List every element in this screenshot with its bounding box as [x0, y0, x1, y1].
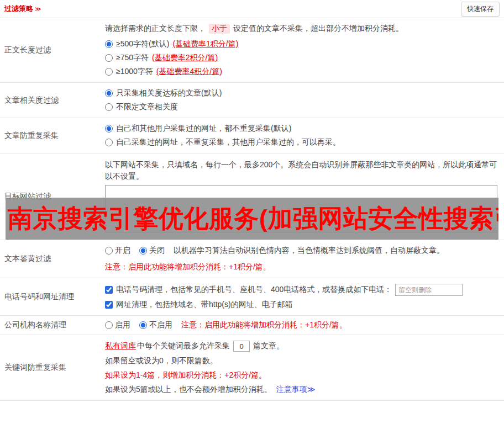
ad-overlay-banner: 南京搜索引擎优化服务(加强网站安全性搜索引: [6, 198, 498, 240]
page-title-text: 过滤策略: [4, 4, 33, 14]
relevance-option-any[interactable]: 不限定文章相关度: [105, 102, 497, 112]
porn-filter-warning: 注意：启用此功能将增加积分消耗：+1积分/篇。: [105, 262, 497, 272]
phone-cleanup-option: 电话号码清理，包括常见的手机号、座机号、400电话格式，或替换成如下电话：: [105, 284, 497, 296]
page-title[interactable]: 过滤策略 ≫: [4, 4, 41, 14]
row-length-filter: 正文长度过滤 请选择需求的正文长度下限， 小于 设定值的文章不采集，超出部分不增…: [0, 18, 504, 83]
row-relevance-filter: 文章相关度过滤 只采集相关度达标的文章(默认) 不限定文章相关度: [0, 83, 504, 118]
dedup-option-all-radio[interactable]: [105, 125, 113, 132]
length-option-500[interactable]: ≥500字符(默认) (基础费率1积分/篇): [105, 39, 497, 49]
length-filter-intro: 请选择需求的正文长度下限， 小于 设定值的文章不采集，超出部分不增加积分消耗。: [105, 24, 497, 34]
dedup-option-all[interactable]: 自己和其他用户采集过的网址，都不重复采集(默认): [105, 124, 497, 134]
company-cleanup-warning: 注意：启用此功能将增加积分消耗：+1积分/篇。: [181, 320, 347, 330]
row-content: 启用 不启用 注意：启用此功能将增加积分消耗：+1积分/篇。: [98, 316, 504, 335]
quick-save-button[interactable]: 快速保存: [461, 2, 500, 17]
keyword-note-1-4: 如果设为1-4篇，则增加积分消耗：+2积分/篇。: [105, 370, 497, 380]
ad-overlay-text: 南京搜索引擎优化服务(加强网站安全性搜索引: [6, 198, 498, 240]
length-option-750-radio[interactable]: [105, 54, 113, 62]
row-label: 正文长度过滤: [0, 18, 98, 82]
row-porn-filter: 文本鉴黄过滤 开启 关闭 以机器学习算法自动识别色情内容，当色情概率达到系统阈值…: [0, 240, 504, 278]
row-content: 开启 关闭 以机器学习算法自动识别色情内容，当色情概率达到系统阈值，自动屏蔽文章…: [98, 240, 504, 278]
porn-filter-options: 开启 关闭 以机器学习算法自动识别色情内容，当色情概率达到系统阈值，自动屏蔽文章…: [105, 246, 497, 256]
row-label: 公司机构名称清理: [0, 316, 98, 335]
site-filter-desc: 以下网站不采集，只填域名，每行一个，最多200个。系统会自动识别并屏蔽那些非文章…: [105, 159, 497, 182]
length-option-500-radio[interactable]: [105, 40, 113, 48]
keyword-limit-line: 私有词库 中每个关键词最多允许采集 篇文章。: [105, 341, 497, 352]
porn-option-on[interactable]: 开启: [105, 246, 130, 256]
porn-option-off[interactable]: 关闭: [139, 246, 165, 256]
row-phone-cleanup: 电话号码和网址清理 电话号码清理，包括常见的手机号、座机号、400电话格式，或替…: [0, 278, 504, 316]
company-option-off[interactable]: 不启用: [139, 320, 172, 330]
keyword-note-5plus: 如果设为5篇或以上，也不会额外增加积分消耗。 注意事项≫: [105, 385, 497, 395]
porn-option-on-radio[interactable]: [105, 247, 113, 255]
url-cleanup-option: 网址清理，包括纯域名、带http(s)的网址、电子邮箱: [105, 300, 497, 310]
phone-cleanup-checkbox[interactable]: [105, 286, 113, 294]
row-content: 电话号码清理，包括常见的手机号、座机号、400电话格式，或替换成如下电话： 网址…: [98, 278, 504, 315]
dedup-option-self[interactable]: 自己采集过的网址，不重复采集，其他用户采集过的，可以再采。: [105, 137, 497, 147]
topbar: 过滤策略 ≫ 快速保存: [0, 0, 504, 18]
less-than-highlight: 小于: [209, 24, 230, 34]
url-cleanup-checkbox[interactable]: [105, 301, 113, 309]
row-label: 文章防重复采集: [0, 118, 98, 153]
row-keyword-dedup: 关键词防重复采集 私有词库 中每个关键词最多允许采集 篇文章。 如果留空或设为0…: [0, 335, 504, 401]
dedup-option-self-radio[interactable]: [105, 139, 113, 146]
porn-filter-desc: 以机器学习算法自动识别色情内容，当色情概率达到系统阈值，自动屏蔽文章。: [174, 246, 444, 256]
notice-link[interactable]: 注意事项≫: [276, 385, 316, 395]
porn-option-off-radio[interactable]: [139, 247, 147, 255]
row-label: 电话号码和网址清理: [0, 278, 98, 315]
length-option-1000[interactable]: ≥1000字符 (基础费率4积分/篇): [105, 67, 497, 77]
replacement-phone-input[interactable]: [395, 284, 463, 296]
row-label: 文本鉴黄过滤: [0, 240, 98, 278]
row-dedup-filter: 文章防重复采集 自己和其他用户采集过的网址，都不重复采集(默认) 自己采集过的网…: [0, 118, 504, 153]
relevance-option-strict-radio[interactable]: [105, 89, 113, 97]
length-option-1000-radio[interactable]: [105, 68, 113, 76]
row-content: 自己和其他用户采集过的网址，都不重复采集(默认) 自己采集过的网址，不重复采集，…: [98, 118, 504, 153]
row-label: 关键词防重复采集: [0, 335, 98, 400]
chevron-down-icon: ≫: [35, 6, 41, 13]
length-option-750[interactable]: ≥750字符 (基础费率2积分/篇): [105, 53, 497, 63]
company-cleanup-options: 启用 不启用 注意：启用此功能将增加积分消耗：+1积分/篇。: [105, 320, 497, 330]
row-content: 只采集相关度达标的文章(默认) 不限定文章相关度: [98, 83, 504, 118]
company-option-on-radio[interactable]: [105, 321, 113, 329]
private-thesaurus-link[interactable]: 私有词库: [105, 341, 136, 351]
keyword-note-zero: 如果留空或设为0，则不限篇数。: [105, 356, 497, 366]
row-label: 文章相关度过滤: [0, 83, 98, 118]
company-option-off-radio[interactable]: [139, 321, 147, 329]
company-option-on[interactable]: 启用: [105, 320, 130, 330]
relevance-option-any-radio[interactable]: [105, 103, 113, 111]
row-content: 私有词库 中每个关键词最多允许采集 篇文章。 如果留空或设为0，则不限篇数。 如…: [98, 335, 504, 400]
row-company-cleanup: 公司机构名称清理 启用 不启用 注意：启用此功能将增加积分消耗：+1积分/篇。: [0, 316, 504, 335]
relevance-option-strict[interactable]: 只采集相关度达标的文章(默认): [105, 88, 497, 98]
keyword-limit-input[interactable]: [233, 341, 250, 352]
row-content: 请选择需求的正文长度下限， 小于 设定值的文章不采集，超出部分不增加积分消耗。 …: [98, 18, 504, 82]
